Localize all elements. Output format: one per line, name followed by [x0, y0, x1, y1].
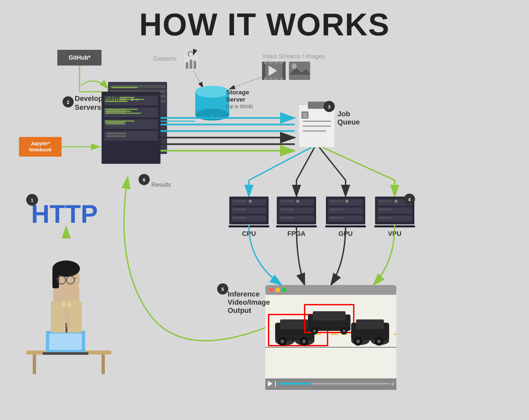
- svg-text:Server: Server: [226, 96, 246, 103]
- svg-rect-85: [281, 200, 294, 202]
- svg-point-129: [275, 336, 295, 345]
- svg-point-46: [63, 96, 74, 107]
- svg-rect-41: [105, 109, 138, 110]
- svg-rect-97: [328, 207, 363, 214]
- svg-rect-192: [102, 354, 105, 374]
- svg-rect-128: [269, 315, 328, 346]
- svg-text:FPGA: FPGA: [287, 230, 306, 237]
- svg-rect-42: [105, 111, 131, 112]
- svg-rect-103: [375, 197, 414, 224]
- svg-rect-18: [110, 100, 165, 103]
- svg-rect-184: [289, 62, 310, 80]
- svg-point-134: [280, 339, 284, 343]
- svg-rect-132: [280, 319, 308, 329]
- svg-rect-25: [106, 97, 126, 99]
- svg-text:Inference: Inference: [228, 290, 260, 298]
- svg-rect-98: [330, 209, 343, 210]
- svg-rect-45: [105, 123, 124, 124]
- svg-point-151: [377, 339, 381, 343]
- svg-rect-120: [265, 295, 396, 382]
- svg-rect-30: [106, 109, 126, 111]
- svg-rect-93: [326, 197, 365, 224]
- svg-point-140: [311, 327, 318, 334]
- svg-text:Queue: Queue: [337, 118, 360, 126]
- svg-rect-177: [269, 62, 273, 64]
- svg-rect-99: [328, 216, 363, 221]
- svg-point-136: [302, 339, 306, 343]
- svg-rect-35: [104, 131, 158, 141]
- svg-point-158: [217, 283, 228, 295]
- svg-rect-62: [308, 102, 326, 109]
- svg-point-204: [66, 276, 74, 284]
- svg-rect-174: [262, 62, 265, 80]
- svg-rect-22: [111, 102, 141, 103]
- svg-rect-147: [356, 319, 384, 329]
- svg-rect-81: [229, 225, 269, 227]
- svg-text:HTTP: HTTP: [31, 200, 98, 228]
- svg-rect-77: [232, 207, 266, 214]
- svg-point-200: [52, 263, 80, 294]
- svg-rect-73: [229, 197, 269, 224]
- svg-line-206: [56, 278, 58, 279]
- svg-point-150: [375, 337, 383, 346]
- svg-marker-173: [269, 66, 277, 76]
- svg-point-188: [26, 194, 38, 206]
- svg-rect-78: [233, 209, 246, 210]
- svg-rect-115: [265, 285, 396, 390]
- svg-rect-202: [52, 269, 59, 288]
- svg-rect-28: [136, 98, 139, 101]
- svg-rect-74: [232, 199, 266, 206]
- main-title: HOW IT WORKS: [0, 0, 529, 43]
- svg-text:Video/Image: Video/Image: [228, 298, 270, 306]
- svg-rect-14: [108, 82, 167, 154]
- svg-rect-44: [105, 121, 134, 122]
- svg-text:GitHub*: GitHub*: [69, 54, 91, 61]
- svg-rect-101: [325, 225, 366, 227]
- svg-rect-172: [262, 62, 286, 80]
- svg-rect-116: [265, 285, 396, 295]
- svg-rect-36: [106, 133, 126, 134]
- svg-point-113: [404, 194, 415, 205]
- svg-rect-154: [275, 381, 276, 387]
- svg-rect-131: [275, 323, 314, 341]
- svg-rect-104: [377, 199, 412, 206]
- svg-point-135: [300, 337, 308, 346]
- svg-rect-146: [351, 323, 389, 340]
- svg-text:Datasets: Datasets: [153, 55, 177, 62]
- svg-rect-43: [105, 113, 141, 114]
- svg-point-69: [324, 101, 335, 112]
- svg-rect-193: [46, 331, 85, 352]
- svg-point-163: [139, 174, 150, 185]
- svg-rect-137: [305, 305, 354, 333]
- svg-rect-170: [194, 61, 196, 69]
- svg-rect-86: [296, 200, 299, 202]
- svg-point-142: [340, 327, 348, 334]
- svg-rect-109: [377, 216, 412, 221]
- svg-point-143: [342, 329, 346, 333]
- svg-rect-39: [105, 99, 144, 100]
- svg-rect-29: [104, 107, 158, 117]
- svg-text:Video Streams / Images: Video Streams / Images: [262, 53, 325, 60]
- svg-rect-100: [330, 217, 343, 218]
- svg-rect-182: [274, 77, 278, 80]
- svg-rect-110: [379, 217, 392, 218]
- svg-rect-96: [346, 200, 348, 202]
- svg-rect-79: [232, 216, 266, 221]
- svg-rect-50: [19, 137, 62, 157]
- svg-text:Jupyter*: Jupyter*: [30, 141, 50, 146]
- svg-text:II: II: [391, 382, 394, 387]
- svg-rect-15: [110, 85, 165, 88]
- svg-rect-87: [279, 207, 314, 214]
- svg-text:(Up to 50GB): (Up to 50GB): [226, 104, 253, 109]
- svg-point-149: [356, 339, 360, 343]
- svg-point-9: [195, 109, 229, 121]
- svg-rect-155: [278, 383, 390, 385]
- svg-rect-40: [105, 101, 128, 102]
- svg-point-144: [351, 336, 369, 345]
- svg-point-186: [292, 64, 297, 69]
- svg-rect-168: [186, 62, 188, 69]
- svg-rect-169: [190, 60, 192, 69]
- svg-point-145: [371, 336, 389, 345]
- svg-point-148: [354, 337, 362, 346]
- svg-rect-105: [379, 200, 392, 202]
